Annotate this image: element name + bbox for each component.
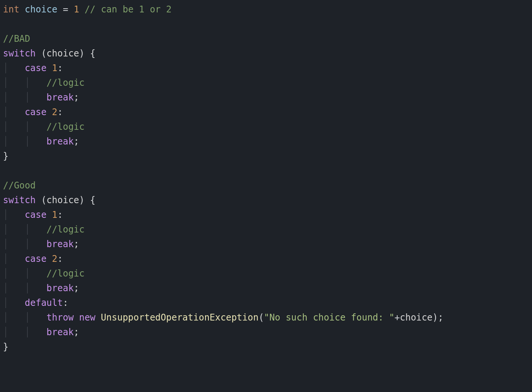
indent-guide: │ bbox=[3, 92, 25, 103]
indent-guide: │ bbox=[3, 312, 25, 323]
code-line: │ case 2: bbox=[3, 254, 63, 264]
code-line: switch (choice) { bbox=[3, 48, 96, 59]
comment-token: //logic bbox=[47, 77, 85, 88]
comment-token: //logic bbox=[47, 224, 85, 235]
indent-guide: │ bbox=[3, 107, 25, 117]
indent-guide: │ bbox=[3, 136, 25, 147]
indent-guide: │ bbox=[3, 283, 25, 293]
keyword-token: break bbox=[47, 239, 74, 249]
number-token: 2 bbox=[52, 254, 57, 264]
keyword-token: break bbox=[47, 92, 74, 103]
indent-guide: │ bbox=[3, 239, 25, 249]
class-token: UnsupportedOperationException bbox=[101, 312, 258, 323]
variable-token: choice bbox=[47, 195, 79, 205]
code-line: │ │ break; bbox=[3, 92, 79, 103]
code-line: │ │ break; bbox=[3, 283, 79, 293]
keyword-token: case bbox=[25, 63, 47, 73]
code-line: int choice = 1 // can be 1 or 2 bbox=[3, 4, 172, 15]
keyword-token: new bbox=[79, 312, 95, 323]
code-block: int choice = 1 // can be 1 or 2 //BAD sw… bbox=[0, 0, 532, 357]
keyword-token: case bbox=[25, 254, 47, 264]
indent-guide: │ bbox=[25, 327, 47, 337]
indent-guide: │ bbox=[3, 77, 25, 88]
code-line: │ │ break; bbox=[3, 327, 79, 337]
indent-guide: │ bbox=[25, 312, 47, 323]
indent-guide: │ bbox=[25, 122, 47, 132]
indent-guide: │ bbox=[25, 92, 47, 103]
code-line: │ │ break; bbox=[3, 239, 79, 249]
keyword-token: case bbox=[25, 210, 47, 220]
comment-token: // can be 1 or 2 bbox=[85, 4, 172, 15]
code-line: │ │ //logic bbox=[3, 224, 85, 235]
keyword-token: break bbox=[47, 136, 74, 147]
code-line: │ │ //logic bbox=[3, 77, 85, 88]
code-line: │ │ throw new UnsupportedOperationExcept… bbox=[3, 312, 443, 323]
comment-token: //logic bbox=[47, 268, 85, 279]
indent-guide: │ bbox=[3, 298, 25, 308]
operator-token: = bbox=[63, 4, 68, 15]
indent-guide: │ bbox=[25, 283, 47, 293]
number-token: 1 bbox=[74, 4, 79, 15]
keyword-token: case bbox=[25, 107, 47, 117]
variable-token: choice bbox=[47, 48, 79, 59]
type-token: int bbox=[3, 4, 19, 15]
string-token: "No such choice found: " bbox=[264, 312, 395, 323]
keyword-token: switch bbox=[3, 195, 36, 205]
code-line: │ │ break; bbox=[3, 136, 79, 147]
indent-guide: │ bbox=[25, 239, 47, 249]
indent-guide: │ bbox=[25, 224, 47, 235]
number-token: 1 bbox=[52, 210, 57, 220]
comment-token: //logic bbox=[47, 122, 85, 132]
indent-guide: │ bbox=[3, 268, 25, 279]
code-line: │ │ //logic bbox=[3, 122, 85, 132]
code-line: switch (choice) { bbox=[3, 195, 96, 205]
keyword-token: switch bbox=[3, 48, 36, 59]
indent-guide: │ bbox=[3, 210, 25, 220]
variable-token: choice bbox=[25, 4, 58, 15]
indent-guide: │ bbox=[3, 122, 25, 132]
indent-guide: │ bbox=[3, 224, 25, 235]
code-line: } bbox=[3, 342, 8, 352]
indent-guide: │ bbox=[25, 268, 47, 279]
keyword-token: break bbox=[47, 327, 74, 337]
code-line: │ default: bbox=[3, 298, 68, 308]
keyword-token: default bbox=[25, 298, 63, 308]
code-line: } bbox=[3, 151, 8, 161]
variable-token: choice bbox=[400, 312, 433, 323]
code-line: //BAD bbox=[3, 33, 30, 44]
keyword-token: throw bbox=[47, 312, 74, 323]
code-line: │ case 1: bbox=[3, 210, 63, 220]
indent-guide: │ bbox=[25, 136, 47, 147]
comment-token: //BAD bbox=[3, 33, 30, 44]
indent-guide: │ bbox=[25, 77, 47, 88]
number-token: 2 bbox=[52, 107, 57, 117]
code-line: │ case 2: bbox=[3, 107, 63, 117]
indent-guide: │ bbox=[3, 327, 25, 337]
number-token: 1 bbox=[52, 63, 57, 73]
comment-token: //Good bbox=[3, 180, 36, 191]
code-line: │ case 1: bbox=[3, 63, 63, 73]
code-line: │ │ //logic bbox=[3, 268, 85, 279]
indent-guide: │ bbox=[3, 254, 25, 264]
indent-guide: │ bbox=[3, 63, 25, 73]
keyword-token: break bbox=[47, 283, 74, 293]
code-line: //Good bbox=[3, 180, 36, 191]
